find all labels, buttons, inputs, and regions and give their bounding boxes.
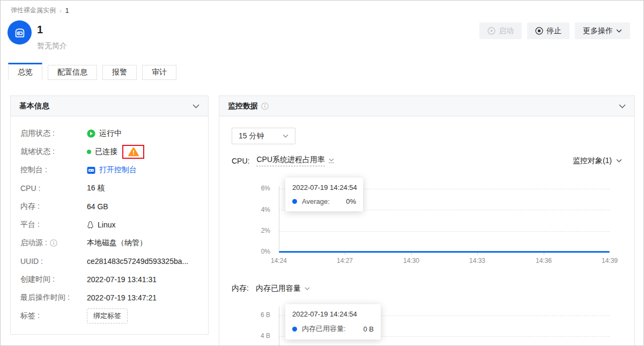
console-icon xyxy=(87,166,95,174)
row-memory: 内存 : 64 GB xyxy=(20,200,199,213)
page-subtitle: 暂无简介 xyxy=(37,41,67,51)
tooltip-series-value: 0% xyxy=(336,197,356,205)
breadcrumb: 弹性裸金属实例 › 1 xyxy=(11,6,69,15)
info-circle-icon[interactable] xyxy=(50,239,57,247)
series-dot-icon xyxy=(292,327,297,332)
x-axis-tick: 14:24 xyxy=(267,257,291,264)
cpu-value: 16 核 xyxy=(87,183,105,193)
row-console: 控制台 : 打开控制台 xyxy=(20,164,199,176)
memory-metric-row: 内存: 内存已用容量 xyxy=(232,284,622,293)
warning-triangle-icon[interactable] xyxy=(128,147,139,157)
cpu-metric-dropdown[interactable]: CPU系统进程占用率 xyxy=(256,155,334,166)
gridline xyxy=(279,231,610,232)
row-tags: 标签 : 绑定标签 xyxy=(20,310,199,322)
x-axis-tick: 14:27 xyxy=(333,257,357,264)
collapse-chevron-icon[interactable] xyxy=(193,104,199,108)
y-axis-tick: 4% xyxy=(249,206,270,214)
bind-tag-button[interactable]: 绑定标签 xyxy=(87,308,128,323)
tab-audit[interactable]: 审计 xyxy=(142,65,176,80)
linux-penguin-icon xyxy=(87,221,94,229)
monitor-target-dropdown[interactable]: 监控对象(1) xyxy=(573,156,622,166)
tooltip-series-value: 0 B xyxy=(353,325,374,333)
x-axis-tick: 14:33 xyxy=(465,257,489,264)
cpu-metric-row: CPU: CPU系统进程占用率 监控对象(1) xyxy=(232,155,622,166)
action-buttons: 启动 停止 更多操作 xyxy=(479,23,630,39)
boot-source-value: 本地磁盘（纳管） xyxy=(87,238,147,248)
x-axis-mark xyxy=(544,253,544,255)
memory-label: 内存: xyxy=(232,284,249,293)
x-axis-tick: 14:30 xyxy=(399,257,423,264)
breadcrumb-separator-icon: › xyxy=(60,8,62,14)
row-boot-source: 启动源 : 本地磁盘（纳管） xyxy=(20,237,199,249)
row-uuid: UUID : ce281483c57249d593325ba... xyxy=(20,255,199,268)
y-axis-tick: 4 B xyxy=(249,332,270,340)
row-create-time: 创建时间 : 2022-07-19 13:41:31 xyxy=(20,273,199,286)
hover-crosshair-line xyxy=(279,186,279,251)
stop-circle-icon xyxy=(535,27,543,35)
period-select-value: 15 分钟 xyxy=(239,131,264,141)
row-last-operation-time: 最后操作时间 : 2022-07-19 13:47:21 xyxy=(20,291,199,304)
row-ready-status: 就绪状态 : 已连接 xyxy=(20,145,199,158)
x-axis-mark xyxy=(411,253,412,255)
memory-metric-dropdown[interactable]: 内存已用容量 xyxy=(256,284,310,293)
open-console-link[interactable]: 打开控制台 xyxy=(99,165,137,175)
y-axis-tick: 6 B xyxy=(249,311,270,319)
y-axis-tick: 0% xyxy=(249,248,270,255)
chevron-down-icon xyxy=(616,159,622,163)
tooltip-timestamp: 2022-07-19 14:24:54 xyxy=(292,183,356,192)
instance-detail-page: 弹性裸金属实例 › 1 1 暂无简介 启动 停止 更多操作 总览 配置信息 报警… xyxy=(0,0,644,346)
memory-chart-tooltip: 2022-07-19 14:24:54 内存已用容量: 0 B xyxy=(285,304,381,340)
series-dot-icon xyxy=(292,199,297,204)
tab-alarm[interactable]: 报警 xyxy=(102,65,137,80)
info-circle-icon[interactable] xyxy=(261,102,269,110)
row-enable-status: 启用状态 : 运行中 xyxy=(20,127,199,140)
x-axis-mark xyxy=(345,253,345,255)
tooltip-timestamp: 2022-07-19 14:24:54 xyxy=(292,310,374,318)
cpu-label: CPU: xyxy=(232,157,249,165)
last-operation-time-value: 2022-07-19 13:47:21 xyxy=(87,293,157,302)
tab-bar: 总览 配置信息 报警 审计 xyxy=(8,63,176,80)
chevron-down-icon xyxy=(329,158,334,163)
basic-info-title: 基本信息 xyxy=(19,101,49,111)
row-cpu: CPU : 16 核 xyxy=(20,182,199,195)
collapse-chevron-icon[interactable] xyxy=(619,104,626,108)
period-select[interactable]: 15 分钟 xyxy=(232,128,295,144)
start-button[interactable]: 启动 xyxy=(479,23,522,39)
chevron-down-icon xyxy=(305,287,310,290)
tab-overview[interactable]: 总览 xyxy=(8,63,42,80)
y-axis-tick: 2% xyxy=(249,227,270,234)
uuid-value: ce281483c57249d593325ba... xyxy=(87,257,188,266)
chevron-down-icon xyxy=(283,134,288,138)
bare-metal-server-icon xyxy=(13,26,27,40)
x-axis-mark xyxy=(477,253,478,255)
breadcrumb-current: 1 xyxy=(65,7,69,14)
chevron-down-icon xyxy=(616,29,622,33)
x-axis-tick: 14:36 xyxy=(532,257,556,264)
cpu-chart-tooltip: 2022-07-19 14:24:54 Average: 0% xyxy=(285,178,363,211)
monitoring-title: 监控数据 xyxy=(228,101,258,111)
play-circle-icon xyxy=(487,27,495,35)
row-platform: 平台 : Linux xyxy=(20,218,199,231)
tab-configuration[interactable]: 配置信息 xyxy=(48,65,97,80)
ready-status-value: 已连接 xyxy=(95,147,117,157)
enable-status-value: 运行中 xyxy=(99,129,122,138)
monitoring-header: 监控数据 xyxy=(219,96,634,116)
memory-value: 64 GB xyxy=(87,202,108,211)
instance-avatar xyxy=(8,20,32,45)
cpu-series-line xyxy=(279,251,610,253)
running-status-icon xyxy=(87,129,95,138)
breadcrumb-parent[interactable]: 弹性裸金属实例 xyxy=(11,6,56,15)
create-time-value: 2022-07-19 13:41:31 xyxy=(87,275,157,284)
basic-info-panel: 基本信息 启用状态 : 运行中 就绪状态 : 已连接 xyxy=(10,95,209,335)
tooltip-series-label: Average: xyxy=(302,197,330,205)
x-axis-tick: 14:39 xyxy=(598,257,621,264)
y-axis-tick: 6% xyxy=(249,185,270,192)
connected-dot-icon xyxy=(87,150,91,154)
tooltip-series-label: 内存已用容量: xyxy=(302,324,346,334)
annotation-highlight-box xyxy=(122,145,144,159)
hover-crosshair-line xyxy=(279,307,279,346)
basic-info-body: 启用状态 : 运行中 就绪状态 : 已连接 控制台 : xyxy=(11,116,208,322)
more-actions-button[interactable]: 更多操作 xyxy=(575,23,630,39)
monitoring-panel: 监控数据 15 分钟 CPU: CPU系统进程占用率 监控对象(1) xyxy=(219,95,635,346)
stop-button[interactable]: 停止 xyxy=(527,23,569,39)
